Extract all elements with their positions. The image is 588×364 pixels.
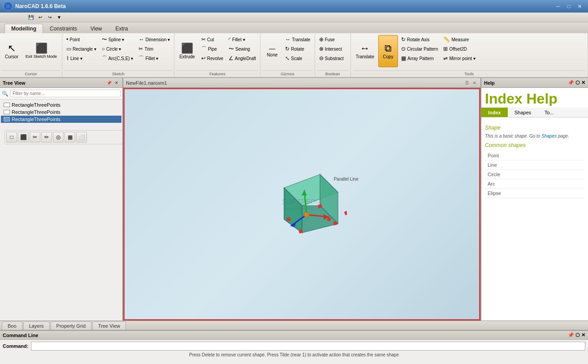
ribbon-group-tools: ↔ Translate ⧉ Copy ↻Rotate Axis ⊙Circula… [351,33,588,77]
tab-view[interactable]: View [84,24,109,33]
exit-sketch-button[interactable]: ⬛ Exit Sketch Mode [22,35,60,67]
tree-item-icon [4,103,10,107]
tree-view-header: Tree View 📌 ✕ [0,78,122,88]
rectangle-button[interactable]: ▭Rectangle ▾ [64,44,99,53]
pipe-button[interactable]: ⌒Pipe [199,44,225,53]
boolean-group-label: Boolean [317,70,349,77]
substract-button[interactable]: ⊖Substract [317,54,346,63]
translate-gizmo-button[interactable]: ↔Translate [283,35,312,44]
ct-new-button[interactable]: □ [6,132,17,143]
angledraft-button[interactable]: ∠AngleDraft [226,54,258,63]
extrude-label: Extrude [179,54,195,59]
help-shape-line[interactable]: Line [485,160,584,170]
ct-cut-button[interactable]: ✂ [30,132,40,143]
cursor-label: Cursor [5,54,18,59]
copy-button[interactable]: ⧉ Copy [378,35,398,67]
tree-item[interactable]: RectangleThreePoints [1,101,121,108]
cut-button[interactable]: ✂Cut [199,35,225,44]
command-input[interactable] [31,342,585,351]
dimension-button[interactable]: ↔Dimension ▾ [136,35,172,44]
canvas-menu-button[interactable]: ☰ [464,80,470,86]
scale-gizmo-button[interactable]: ⤡Scale [283,54,312,63]
help-float-button[interactable]: ⬡ [575,80,580,86]
line-button[interactable]: ⌇Line ▾ [64,54,99,63]
command-label: Command: [3,343,28,349]
canvas-area[interactable]: Parallel Line [123,88,480,321]
help-tab-shapes[interactable]: Shapes [508,108,538,117]
center-panel: NewFile1.naroxm1 ☰ ✕ Parallel Line [123,78,480,321]
help-shapes-list: Point Line Circle Arc Elipse [485,151,584,198]
tab-property-grid[interactable]: Property Grid [51,321,91,330]
cmd-close-button[interactable]: ✕ [581,332,585,338]
help-shapes-link[interactable]: Shapes [541,134,557,139]
trim-button[interactable]: ✂Trim [136,44,172,53]
ct-fill-button[interactable]: ⬛ [18,132,29,143]
cmd-pin-button[interactable]: 📌 [568,332,574,338]
rotate-axis-button[interactable]: ↻Rotate Axis [399,35,440,44]
tab-layers[interactable]: Layers [23,321,50,330]
ct-frame-button[interactable]: ⬜ [76,132,87,143]
revolve-button[interactable]: ↩Revolve [199,54,225,63]
help-shape-circle[interactable]: Circle [485,170,584,179]
tab-extra[interactable]: Extra [109,24,135,33]
qa-dropdown-button[interactable]: ▼ [55,13,63,22]
maximize-button[interactable]: □ [564,2,574,10]
tools-group-label: Tools [353,70,586,77]
tree-pin-button[interactable]: 📌 [106,80,112,86]
help-tab-index[interactable]: Index [481,108,508,117]
spline-icon: 〜 [102,36,107,43]
tree-close-button[interactable]: ✕ [113,80,120,86]
ct-circle-button[interactable]: ◎ [53,132,64,143]
circular-pattern-button[interactable]: ⊙Circular Pattern [399,44,440,53]
canvas-close-button[interactable]: ✕ [471,80,478,86]
fillet-feature-button[interactable]: ◜Fillet ▾ [226,35,258,44]
intersect-icon: ⊗ [319,46,324,52]
tab-modelling[interactable]: Modelling [4,24,43,33]
fillet-sketch-icon: ⌒ [138,55,144,62]
help-shape-point[interactable]: Point [485,151,584,160]
tree-search-input[interactable] [10,90,121,97]
measure-button[interactable]: 📏Measure [441,35,477,44]
cursor-button[interactable]: ↖ Cursor [2,35,22,67]
tree-item-selected[interactable]: RectangleThreePoints [1,116,121,123]
arc-button[interactable]: ⌒Arc(C,S,E) ▾ [99,54,136,63]
intersect-button[interactable]: ⊗Intersect [317,44,346,53]
close-button[interactable]: ✕ [575,2,584,10]
svg-rect-17 [344,210,346,215]
ribbon-group-sketch: •Point ▭Rectangle ▾ ⌇Line ▾ 〜Spline ▾ ○C… [62,33,174,77]
qa-save-button[interactable]: 💾 [27,13,35,22]
ct-grid-button[interactable]: ▦ [65,132,75,143]
help-tab-topics[interactable]: To... [538,108,561,117]
point-button[interactable]: •Point [64,35,99,44]
none-button[interactable]: — None [262,35,282,67]
offset2d-button[interactable]: ⊞Offset2D [441,44,477,53]
help-shape-arc[interactable]: Arc [485,179,584,189]
help-close-button[interactable]: ✕ [581,80,585,86]
help-shape-elipse[interactable]: Elipse [485,189,584,198]
qa-undo-button[interactable]: ↩ [36,13,44,22]
help-pin-button[interactable]: 📌 [568,80,574,86]
qa-redo-button[interactable]: ↪ [46,13,54,22]
features-group-label: Features [176,70,258,77]
array-pattern-button[interactable]: ▦Array Pattern [399,54,440,63]
ct-edit-button[interactable]: ✏ [41,132,52,143]
tree-item[interactable]: RectangleThreePoints [1,108,121,116]
fillet-sketch-button[interactable]: ⌒Fillet ▾ [136,54,172,63]
tab-constraints[interactable]: Constraints [43,24,84,33]
sewing-button[interactable]: 〜Sewing [226,44,258,53]
tab-tree-view[interactable]: Tree View [92,321,126,330]
search-icon: 🔍 [2,91,9,97]
spline-button[interactable]: 〜Spline ▾ [99,35,136,44]
mirror-point-button[interactable]: ⇌Mirror point ▾ [441,54,477,63]
tab-boo[interactable]: Boo [2,321,22,330]
rotate-gizmo-button[interactable]: ↻Rotate [283,44,312,53]
main-area: Tree View 📌 ✕ 🔍 RectangleThreePoints Rec… [0,78,588,321]
cursor-group-label: Cursor [2,70,60,77]
extrude-button[interactable]: ⬛ Extrude [176,35,198,67]
minimize-button[interactable]: ─ [553,2,563,10]
translate-tools-button[interactable]: ↔ Translate [353,35,377,67]
ribbon-panel: ↖ Cursor ⬛ Exit Sketch Mode Cursor •Poin… [0,33,588,78]
cmd-float-button[interactable]: ⬡ [575,332,580,338]
fuse-button[interactable]: ⊕Fuse [317,35,346,44]
circle-button[interactable]: ○Circle ▾ [99,44,136,53]
